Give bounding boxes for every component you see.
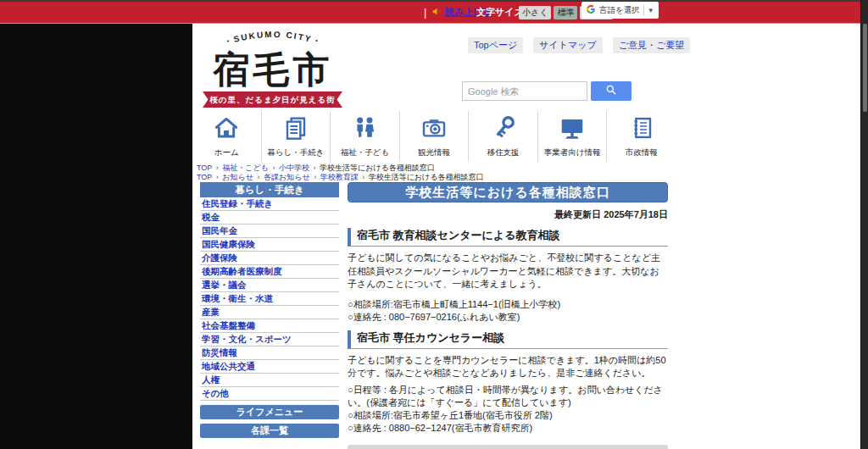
sidebar-item[interactable]: 介護保険 [200, 252, 339, 265]
section-heading: 宿毛市 専任カウンセラー相談 [348, 330, 668, 349]
nav-item-label: 事業者向け情報 [544, 147, 601, 158]
sidebar-button-1[interactable]: 各課一覧 [200, 424, 339, 438]
last-updated-date: 最終更新日 2025年7月18日 [348, 208, 668, 221]
sidebar-item[interactable]: 産業 [200, 306, 339, 319]
sidebar-item[interactable]: 社会基盤整備 [200, 319, 339, 333]
breadcrumb-separator: › [270, 164, 277, 172]
nav-item-label: 観光情報 [418, 147, 450, 158]
home-icon [213, 114, 240, 145]
sidebar-item[interactable]: 住民登録・手続き [200, 197, 339, 211]
detail-line: ○連絡先 : 080−7697−0216(ふれあい教室) [348, 311, 668, 324]
content-sections: 宿毛市 教育相談センターによる教育相談子どもに関しての気になることやお悩みごと、… [348, 228, 668, 435]
breadcrumb-separator: › [312, 173, 319, 181]
nav-item-暮らし・手続き[interactable]: 暮らし・手続き [261, 111, 331, 162]
camera-icon [420, 114, 448, 145]
sidebar-item[interactable]: 防災情報 [200, 346, 339, 360]
nav-item-ホーム[interactable]: ホーム [192, 111, 261, 162]
nav-item-label: 市政情報 [626, 147, 658, 158]
breadcrumb-trail-0: TOP › 福祉・こども › 小中学校 › 学校生活等における各種相談窓口 [197, 164, 483, 173]
quick-link-2[interactable]: ご意見・ご要望 [613, 37, 691, 53]
detail-line: ○日程等 : 各月によって相談日・時間帯が異なります。お問い合わせください。(保… [348, 384, 668, 409]
quick-link-1[interactable]: サイトマップ [533, 37, 603, 53]
breadcrumb-link[interactable]: TOP [197, 173, 212, 181]
logo-arc-text: ・SUKUMO CITY・ [201, 26, 345, 50]
breadcrumb-link[interactable]: 福祉・こども [222, 164, 269, 172]
nav-item-市政情報[interactable]: 市政情報 [606, 111, 676, 162]
sidebar-item[interactable]: 学習・文化・スポーツ [200, 333, 339, 346]
breadcrumb-separator: › [360, 173, 367, 181]
search-input[interactable] [462, 81, 587, 101]
quick-link-0[interactable]: Topページ [468, 37, 523, 53]
nav-item-観光情報[interactable]: 観光情報 [399, 111, 469, 162]
sidebar-item[interactable]: 国民健康保険 [200, 238, 339, 252]
header-quick-links: Topページサイトマップご意見・ご要望 [468, 37, 690, 53]
sidebar-item[interactable]: 選挙・議会 [200, 279, 339, 292]
browser-viewport: | 読み上げる 文字サイズ 小さく標準大きく 言語を選択 ▼ ・SUKUMO C… [0, 0, 868, 449]
city-tagline-ribbon: 桜の里、だるま夕日が見える街 [203, 91, 342, 108]
content-section-0: 宿毛市 教育相談センターによる教育相談子どもに関しての気になることやお悩みごと、… [348, 228, 668, 324]
content-section-1: 宿毛市 専任カウンセラー相談子どもに関することを専門カウンセラーに相談できます。… [348, 330, 668, 435]
speaker-icon [431, 5, 442, 20]
city-name: 宿毛市 [201, 50, 345, 89]
sidebar-items: 住民登録・手続き税金国民年金国民健康保険介護保険後期高齢者医療制度選挙・議会環境… [200, 197, 339, 401]
nav-item-事業者向け情報[interactable]: 事業者向け情報 [537, 111, 607, 162]
search-icon [605, 84, 617, 98]
search-button[interactable] [591, 81, 632, 101]
detail-line: ○連絡先 : 0880−62−1247(宿毛市教育研究所) [348, 422, 668, 435]
breadcrumb-link[interactable]: 小中学校 [279, 164, 309, 172]
main-content: 学校生活等における各種相談窓口 最終更新日 2025年7月18日 宿毛市 教育相… [348, 182, 668, 449]
key-icon [490, 114, 517, 145]
monitor-icon [559, 114, 586, 145]
breadcrumb-link[interactable]: TOP [197, 164, 212, 172]
breadcrumb-link[interactable]: 各課お知らせ [264, 173, 310, 181]
documents-icon [282, 114, 309, 145]
nav-item-label: 移住支援 [487, 147, 520, 158]
nav-item-移住支援[interactable]: 移住支援 [468, 111, 537, 162]
sidebar-header[interactable]: 暮らし・手続き [200, 182, 339, 197]
sidebar-item[interactable]: 国民年金 [200, 224, 339, 238]
language-select-dropdown[interactable]: 言語を選択 ▼ [581, 2, 659, 19]
breadcrumb-link[interactable]: 学校教育課 [320, 173, 359, 181]
breadcrumb: TOP › 福祉・こども › 小中学校 › 学校生活等における各種相談窓口TOP… [197, 164, 483, 182]
related-links-header: 国・県の設置する各種相談窓口のご紹介です [348, 445, 668, 449]
sidebar-item[interactable]: その他 [200, 387, 339, 401]
font-size-button-0[interactable]: 小さく [519, 6, 551, 19]
font-size-label: 文字サイズ [476, 2, 524, 23]
detail-line: ○相談場所:宿毛市橋上町橋上1144−1(旧橋上小学校) [348, 298, 668, 311]
dropdown-divider [643, 5, 644, 15]
chevron-down-icon: ▼ [648, 7, 654, 14]
breadcrumb-trail-1: TOP › お知らせ › 各課お知らせ › 学校教育課 › 学校生活等における各… [197, 173, 483, 182]
google-g-icon [586, 3, 596, 18]
notebook-icon [628, 114, 655, 145]
scrollbar-thumb[interactable] [863, 24, 867, 112]
breadcrumb-separator: › [255, 173, 262, 181]
sidebar-item[interactable]: 後期高齢者医療制度 [200, 265, 339, 279]
global-nav: ホーム暮らし・手続き福祉・子ども観光情報移住支援事業者向け情報市政情報 [192, 111, 676, 162]
svg-text:・SUKUMO CITY・: ・SUKUMO CITY・ [222, 30, 323, 47]
utility-separator: | [424, 2, 426, 23]
nav-item-label: ホーム [214, 147, 239, 158]
breadcrumb-current: 学校生活等における各種相談窓口 [320, 164, 435, 172]
font-size-button-1[interactable]: 標準 [554, 6, 577, 19]
nav-item-label: 暮らし・手続き [267, 147, 324, 158]
page-title: 学校生活等における各種相談窓口 [348, 182, 668, 202]
sidebar-item[interactable]: 地域公共交通 [200, 360, 339, 374]
window-top-edge [0, 0, 868, 2]
breadcrumb-link[interactable]: お知らせ [222, 173, 253, 181]
sidebar-item[interactable]: 人権 [200, 374, 339, 387]
sidebar-item[interactable]: 税金 [200, 211, 339, 224]
section-body: 子どもに関しての気になることやお悩みごと、不登校に関することなど主任相談員やスク… [348, 252, 668, 291]
section-body: 子どもに関することを専門カウンセラーに相談できます。1枠の時間は約50分です。悩… [348, 354, 668, 380]
nav-item-福祉・子ども[interactable]: 福祉・子ども [330, 111, 399, 162]
scrollbar-track[interactable] [860, 0, 868, 449]
family-icon [351, 114, 378, 145]
city-logo[interactable]: ・SUKUMO CITY・ 宿毛市 桜の里、だるま夕日が見える街 [201, 26, 345, 108]
sidebar-item[interactable]: 環境・衛生・水道 [200, 292, 339, 306]
sidebar-button-0[interactable]: ライフメニュー [200, 405, 339, 419]
breadcrumb-separator: › [214, 164, 220, 172]
utility-bar: | 読み上げる 文字サイズ 小さく標準大きく 言語を選択 ▼ [0, 2, 860, 24]
language-select-label: 言語を選択 [599, 5, 640, 16]
breadcrumb-separator: › [214, 173, 220, 181]
sidebar-buttons: ライフメニュー各課一覧 [200, 405, 339, 438]
detail-line: ○相談場所:宿毛市希望ヶ丘1番地(宿毛市役所 2階) [348, 409, 668, 422]
